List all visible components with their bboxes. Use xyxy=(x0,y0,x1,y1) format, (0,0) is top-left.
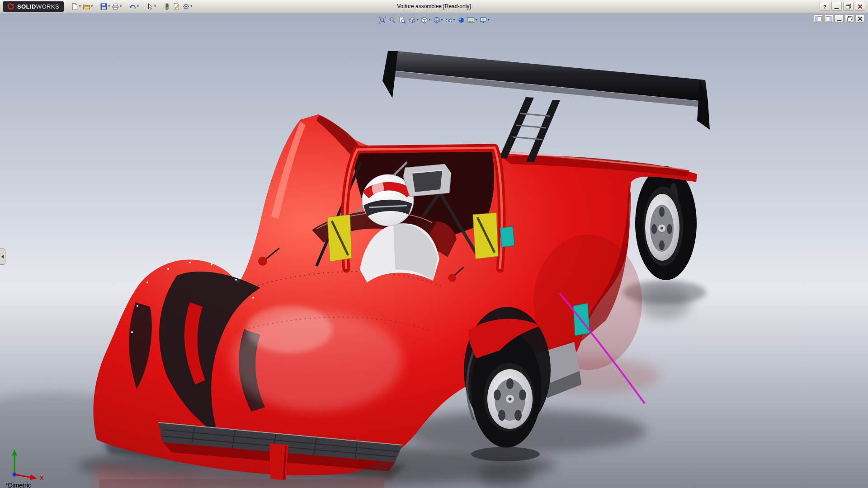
dropdown-caret-icon[interactable]: ▾ xyxy=(190,5,192,8)
doc-restore-icon xyxy=(846,15,854,23)
view-orientation-label: *Dimetric xyxy=(5,482,31,488)
hide-show-items-icon xyxy=(445,16,453,24)
pane-left-icon xyxy=(815,15,822,23)
app-titlebar: SOLIDWORKS ▾▾▾▾▾▾▾ Voiture assomblee [Re… xyxy=(0,0,868,13)
apply-scene-icon xyxy=(467,16,475,24)
zoom-to-area-icon xyxy=(388,16,396,24)
doc-minimize-button[interactable] xyxy=(835,14,844,23)
print-icon xyxy=(112,3,119,10)
dropdown-caret-icon[interactable]: ▾ xyxy=(79,5,81,8)
open-button[interactable]: ▾ xyxy=(82,1,94,12)
rebuild-icon xyxy=(163,3,171,10)
orientation-triad: X xyxy=(5,446,46,482)
main-toolbar: ▾▾▾▾▾▾▾ xyxy=(70,1,193,12)
dropdown-caret-icon[interactable]: ▾ xyxy=(108,5,110,8)
doc-close-button[interactable] xyxy=(855,14,864,23)
close-button[interactable] xyxy=(855,2,865,11)
featuremanager-collapse-tab[interactable] xyxy=(0,249,5,265)
save-button[interactable]: ▾ xyxy=(99,1,111,12)
heads-up-toolbar: ▾▾▾▾▾▾ xyxy=(378,14,490,25)
file-properties-button[interactable] xyxy=(172,1,181,12)
new-document-button[interactable]: ▾ xyxy=(70,1,82,12)
section-view-icon xyxy=(408,16,416,24)
restore-icon xyxy=(844,3,852,10)
minimize-icon xyxy=(833,3,840,10)
minimize-button[interactable] xyxy=(831,2,842,11)
logo-text: SOLIDWORKS xyxy=(17,3,59,10)
view-orientation-icon xyxy=(420,16,428,24)
help-button[interactable]: ? xyxy=(820,2,830,11)
hide-show-items-button[interactable]: ▾ xyxy=(445,14,456,25)
dropdown-caret-icon[interactable]: ▾ xyxy=(488,18,490,22)
document-window-controls xyxy=(814,14,864,23)
doc-close-icon xyxy=(856,15,864,23)
pane-left-button[interactable] xyxy=(814,14,823,23)
undo-icon xyxy=(129,3,137,10)
save-icon xyxy=(100,3,108,10)
doc-restore-button[interactable] xyxy=(845,14,854,23)
new-document-icon xyxy=(71,3,79,10)
view-orientation-button[interactable]: ▾ xyxy=(420,14,431,25)
3ds-logo-icon xyxy=(7,3,14,9)
3d-model-view xyxy=(0,13,868,488)
view-settings-icon xyxy=(480,16,487,24)
zoom-to-fit-button[interactable] xyxy=(378,14,387,25)
pane-right-button[interactable] xyxy=(824,14,833,23)
select-icon xyxy=(146,3,154,10)
dropdown-caret-icon[interactable]: ▾ xyxy=(453,18,455,22)
file-properties-icon xyxy=(173,3,180,10)
edit-appearance-button[interactable] xyxy=(457,14,466,25)
dropdown-caret-icon[interactable]: ▾ xyxy=(137,5,139,8)
intake-box[interactable] xyxy=(403,164,451,197)
rebuild-button[interactable] xyxy=(162,1,172,12)
solidworks-window: SOLIDWORKS ▾▾▾▾▾▾▾ Voiture assomblee [Re… xyxy=(0,0,868,488)
help-icon: ? xyxy=(821,3,829,10)
close-icon xyxy=(856,3,864,10)
graphics-area[interactable]: ▾▾▾▾▾▾ X *Dimetric xyxy=(0,13,868,488)
dropdown-caret-icon[interactable]: ▾ xyxy=(91,5,93,8)
view-settings-button[interactable]: ▾ xyxy=(479,14,490,25)
options-button[interactable]: ▾ xyxy=(181,1,193,12)
dropdown-caret-icon[interactable]: ▾ xyxy=(154,5,156,8)
dropdown-caret-icon[interactable]: ▾ xyxy=(476,18,477,22)
dropdown-caret-icon[interactable]: ▾ xyxy=(416,18,418,22)
restore-button[interactable] xyxy=(843,2,854,11)
edit-appearance-icon xyxy=(458,16,465,24)
solidworks-logo: SOLIDWORKS xyxy=(3,1,64,12)
triad-x-label: X xyxy=(40,475,43,481)
select-button[interactable]: ▾ xyxy=(145,1,157,12)
zoom-to-area-button[interactable] xyxy=(388,14,396,25)
dropdown-caret-icon[interactable]: ▾ xyxy=(120,5,122,8)
undo-button[interactable]: ▾ xyxy=(128,1,140,12)
window-controls: ? xyxy=(820,2,865,11)
doc-minimize-icon xyxy=(835,15,843,23)
dropdown-caret-icon[interactable]: ▾ xyxy=(441,18,443,22)
pane-right-icon xyxy=(825,15,833,23)
display-style-button[interactable]: ▾ xyxy=(432,14,443,25)
display-style-icon xyxy=(433,16,440,24)
window-title: Voiture assomblee [Read-only] xyxy=(397,3,471,9)
magnified-selection-icon xyxy=(398,16,406,24)
section-view-button[interactable]: ▾ xyxy=(408,14,419,25)
zoom-to-fit-icon xyxy=(378,16,386,24)
collapse-arrow-icon xyxy=(1,255,4,258)
rear-wheel[interactable] xyxy=(635,166,697,280)
print-button[interactable]: ▾ xyxy=(111,1,123,12)
open-icon xyxy=(83,3,90,10)
options-icon xyxy=(182,3,190,10)
magnified-selection-button[interactable] xyxy=(398,14,406,25)
svg-text:?: ? xyxy=(823,3,826,9)
apply-scene-button[interactable]: ▾ xyxy=(467,14,478,25)
dropdown-caret-icon[interactable]: ▾ xyxy=(429,18,430,22)
